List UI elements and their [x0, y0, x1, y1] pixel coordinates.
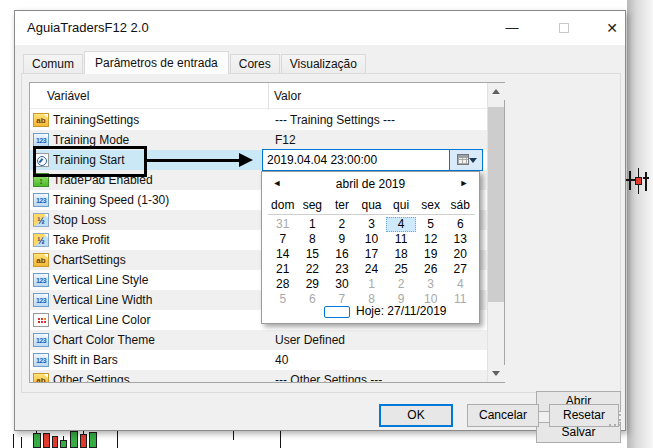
minimize-icon: — [506, 20, 519, 35]
color-icon [33, 313, 49, 327]
calendar-day[interactable]: 6 [445, 217, 475, 232]
num-icon: 123 [33, 293, 49, 307]
date-input[interactable]: 2019.04.04 23:00:00 [262, 149, 483, 171]
param-name: Training Mode [53, 133, 129, 147]
tab-comum[interactable]: Comum [23, 54, 83, 74]
calendar-day[interactable]: 27 [445, 262, 475, 277]
calendar-day[interactable]: 28 [268, 277, 298, 292]
calendar-day[interactable]: 1 [357, 277, 387, 292]
today-box[interactable] [324, 306, 350, 318]
calendar-day[interactable]: 9 [327, 232, 357, 247]
calendar-grid: 3112345678910111213141516171819202122232… [268, 217, 475, 307]
candle-wick [117, 431, 118, 448]
calendar-day[interactable]: 3 [416, 277, 446, 292]
calendar-day[interactable]: 13 [445, 232, 475, 247]
today-label[interactable]: Hoje: 27/11/2019 [356, 304, 447, 318]
param-name: TradePad Enabled [53, 173, 153, 187]
param-value[interactable]: 40 [275, 353, 288, 367]
calendar-day[interactable]: 2 [327, 217, 357, 232]
scroll-up-arrow-icon[interactable] [488, 83, 505, 100]
calendar-day[interactable]: 26 [416, 262, 446, 277]
param-value[interactable]: F12 [275, 133, 296, 147]
param-value[interactable]: --- Training Settings --- [275, 113, 395, 127]
calendar-day[interactable]: 20 [445, 247, 475, 262]
calendar-day[interactable]: 31 [268, 217, 298, 232]
calendar-day[interactable]: 3 [357, 217, 387, 232]
maximize-icon [559, 23, 569, 33]
ab-icon: ab [33, 373, 49, 382]
calendar-day[interactable]: 7 [268, 232, 298, 247]
table-row[interactable]: 123Chart Color ThemeUser Defined [30, 330, 488, 350]
column-header-variable: Variável [47, 89, 89, 103]
ab-icon: ab [33, 253, 49, 267]
calendar-day[interactable]: 25 [386, 262, 416, 277]
calendar-day[interactable]: 14 [268, 247, 298, 262]
table-row[interactable]: 123Shift in Bars40 [30, 350, 488, 370]
calendar-day[interactable]: 12 [416, 232, 446, 247]
ab-icon: ab [33, 113, 49, 127]
screen: AguiaTradersF12 2.0 — ✕ ComumParâmetros … [0, 0, 653, 448]
ok-button[interactable]: OK [379, 404, 453, 427]
weekday-label: ter [327, 198, 357, 214]
calendar-day[interactable]: 16 [327, 247, 357, 262]
column-header-value: Valor [274, 89, 301, 103]
date-dropdown-button[interactable] [449, 150, 482, 170]
scroll-down-arrow-icon[interactable] [488, 365, 505, 382]
param-value[interactable]: User Defined [275, 333, 345, 347]
scrollbar-thumb[interactable] [488, 107, 504, 302]
param-name: Stop Loss [53, 213, 106, 227]
calendar-day[interactable]: 23 [327, 262, 357, 277]
calendar-day-selected[interactable]: 4 [386, 217, 416, 232]
table-row[interactable]: abTrainingSettings--- Training Settings … [30, 110, 488, 130]
calendar-day[interactable]: 17 [357, 247, 387, 262]
cancel-button[interactable]: Cancelar [467, 404, 539, 427]
table-row[interactable]: abOther Settings--- Other Settings --- [30, 370, 488, 382]
weekday-label: seg [298, 198, 328, 214]
resize-grip[interactable] [609, 414, 621, 426]
weekday-label: sáb [445, 198, 475, 214]
table-header: Variável Valor [30, 83, 488, 109]
calendar-day[interactable]: 30 [327, 277, 357, 292]
calendar-day[interactable]: 21 [268, 262, 298, 277]
tab-visualiza-o[interactable]: Visualização [281, 54, 366, 74]
calendar-day[interactable]: 5 [416, 217, 446, 232]
calendar-day[interactable]: 15 [298, 247, 328, 262]
param-value[interactable]: --- Other Settings --- [275, 373, 382, 382]
calendar-day[interactable]: 1 [298, 217, 328, 232]
tab-cores[interactable]: Cores [230, 54, 280, 74]
weekday-label: sex [416, 198, 446, 214]
calendar-day[interactable]: 29 [298, 277, 328, 292]
calendar-day[interactable]: 19 [416, 247, 446, 262]
title-bar[interactable]: AguiaTradersF12 2.0 — ✕ [15, 11, 625, 45]
minimize-button[interactable]: — [497, 17, 527, 39]
calendar-day[interactable]: 11 [386, 232, 416, 247]
calendar-next-button[interactable]: ► [457, 178, 471, 188]
weekday-label: dom [268, 198, 298, 214]
calendar-day[interactable]: 24 [357, 262, 387, 277]
table-row[interactable]: 123Training ModeF12 [30, 130, 488, 150]
num-icon: 123 [33, 133, 49, 147]
num-icon: 123 [33, 353, 49, 367]
weekday-label: qui [386, 198, 416, 214]
vertical-scrollbar[interactable] [487, 83, 504, 382]
close-button[interactable]: ✕ [597, 17, 627, 39]
calendar-popup: ◄ abril de 2019 ► domsegterquaquisexsáb … [261, 171, 480, 324]
num-icon: 123 [33, 273, 49, 287]
param-name: Training Start [53, 153, 125, 167]
close-icon: ✕ [606, 20, 618, 36]
candle-wick [36, 431, 37, 448]
calendar-day[interactable]: 8 [298, 232, 328, 247]
maximize-button[interactable] [549, 17, 579, 39]
calendar-day[interactable]: 18 [386, 247, 416, 262]
bool-icon: ↕ [33, 173, 49, 187]
calendar-day[interactable]: 2 [386, 277, 416, 292]
calendar-day[interactable]: 4 [445, 277, 475, 292]
candlestick [33, 433, 41, 448]
chevron-down-icon [469, 158, 477, 163]
calendar-week-row: 2829301234 [268, 277, 475, 292]
calendar-day[interactable]: 22 [298, 262, 328, 277]
param-name: Other Settings [53, 373, 130, 382]
calendar-day[interactable]: 10 [357, 232, 387, 247]
tab-par-metros-de-entrada[interactable]: Parâmetros de entrada [84, 51, 229, 74]
calendar-week-row: 14151617181920 [268, 247, 475, 262]
